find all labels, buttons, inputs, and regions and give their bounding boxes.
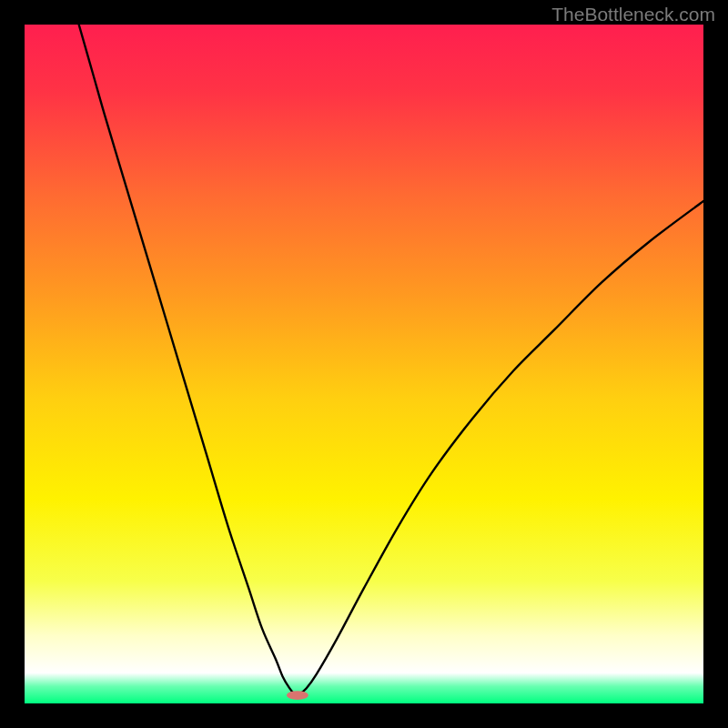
optimum-marker: [287, 691, 308, 700]
watermark-text: TheBottleneck.com: [551, 4, 715, 25]
plot-area: [25, 25, 703, 703]
gradient-background: [25, 25, 703, 703]
chart-container: TheBottleneck.com: [0, 0, 728, 728]
chart-svg: [25, 25, 703, 703]
